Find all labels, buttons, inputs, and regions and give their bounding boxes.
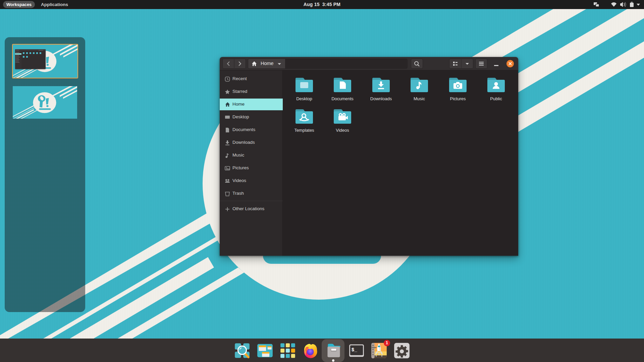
svg-text:$_: $_ bbox=[352, 347, 358, 353]
